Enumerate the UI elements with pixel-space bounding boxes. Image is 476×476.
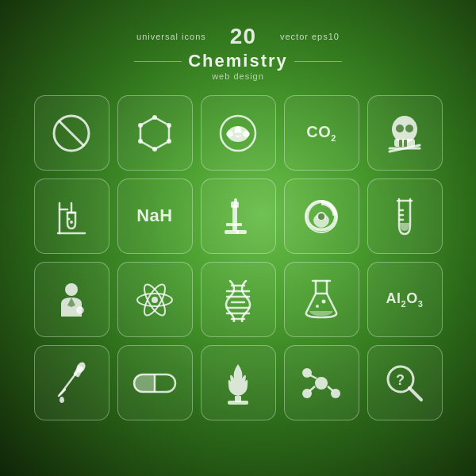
svg-rect-64 — [228, 401, 248, 405]
atom-icon-box[interactable] — [117, 262, 193, 337]
svg-line-69 — [309, 386, 315, 391]
svg-point-39 — [65, 283, 78, 296]
svg-point-24 — [70, 221, 73, 224]
co2-label: CO2 — [306, 123, 336, 143]
svg-point-5 — [167, 139, 171, 144]
svg-rect-30 — [226, 223, 242, 226]
svg-point-11 — [392, 116, 417, 143]
svg-line-1 — [59, 121, 84, 146]
svg-point-65 — [315, 377, 328, 390]
vector-label: vector eps10 — [280, 32, 340, 41]
title: Chemistry — [188, 51, 288, 71]
svg-point-40 — [77, 307, 83, 313]
radiation-icon-box[interactable] — [201, 95, 276, 171]
svg-point-13 — [396, 125, 404, 132]
svg-rect-29 — [234, 198, 237, 205]
co2-icon-box[interactable]: CO2 — [284, 95, 359, 171]
biohazard-icon-box[interactable] — [284, 178, 359, 254]
flask-icon-box[interactable] — [284, 262, 359, 337]
svg-line-59 — [59, 390, 65, 396]
molecule-icon-box[interactable] — [117, 95, 193, 171]
lab-stand-icon-box[interactable] — [34, 178, 109, 254]
svg-point-8 — [138, 123, 143, 128]
skull-icon-box[interactable] — [367, 95, 443, 171]
svg-point-7 — [138, 139, 143, 144]
svg-marker-2 — [140, 117, 169, 149]
header: universal icons 20 vector eps10 Chemistr… — [134, 24, 342, 81]
subtitle: web design — [134, 71, 342, 81]
svg-rect-15 — [399, 140, 402, 147]
svg-point-14 — [405, 125, 413, 132]
dna-icon-box[interactable] — [201, 262, 276, 337]
icon-grid: CO2 — [34, 95, 443, 420]
molecule2-icon-box[interactable] — [284, 345, 359, 420]
universal-icons-label: universal icons — [136, 32, 206, 41]
svg-point-3 — [152, 115, 157, 120]
magnifier-icon-box[interactable]: ? — [367, 345, 443, 420]
scientist-icon-box[interactable] — [34, 262, 109, 337]
svg-point-55 — [316, 305, 319, 308]
svg-point-6 — [152, 147, 157, 152]
test-tube-icon-box[interactable] — [367, 178, 443, 254]
svg-point-25 — [68, 217, 71, 220]
svg-point-4 — [167, 123, 171, 128]
svg-point-44 — [152, 297, 158, 303]
al2o3-icon-box[interactable]: Al2O3 — [367, 262, 443, 337]
svg-point-34 — [317, 213, 325, 221]
pill-icon-box[interactable] — [34, 95, 109, 171]
dropper-icon-box[interactable] — [34, 345, 109, 420]
svg-rect-31 — [236, 230, 239, 234]
bunsen-icon-box[interactable] — [201, 345, 276, 420]
al2o3-label: Al2O3 — [386, 291, 424, 309]
svg-line-73 — [409, 388, 421, 400]
svg-line-70 — [328, 386, 333, 391]
line-left — [134, 61, 182, 62]
svg-rect-16 — [404, 140, 407, 147]
background: universal icons 20 vector eps10 Chemistr… — [0, 0, 476, 476]
nah-label: NaH — [136, 206, 173, 225]
nah-icon-box[interactable]: NaH — [117, 178, 193, 254]
capsule-icon-box[interactable] — [117, 345, 193, 420]
header-number: 20 — [230, 24, 256, 49]
svg-text:?: ? — [396, 372, 405, 388]
svg-rect-27 — [232, 205, 237, 231]
microscope-icon-box[interactable] — [201, 178, 276, 254]
svg-point-56 — [322, 299, 326, 303]
svg-line-71 — [310, 375, 317, 378]
line-right — [294, 61, 342, 62]
